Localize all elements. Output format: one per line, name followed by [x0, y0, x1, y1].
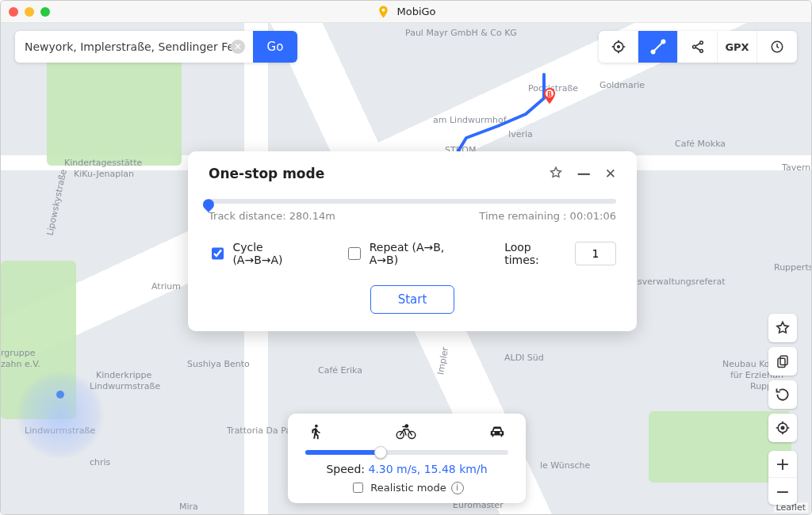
window-close-button[interactable] [9, 7, 18, 17]
speed-knob[interactable] [374, 446, 387, 459]
location-compass[interactable] [17, 372, 104, 459]
route-mode-button[interactable] [638, 31, 678, 63]
speed-fill [305, 450, 381, 455]
recenter-button[interactable] [768, 414, 797, 442]
realistic-checkbox[interactable]: Realistic mode i [302, 480, 511, 495]
zoom-control: + − [768, 451, 797, 505]
app-title: MobiGo [396, 6, 435, 17]
window-zoom-button[interactable] [40, 7, 50, 17]
search-bar: ✕ Go [15, 31, 297, 63]
one-stop-panel: One-stop mode — ✕ Track distance: 280.14… [188, 151, 637, 331]
speed-readout: Speed: 4.30 m/s, 15.48 km/h [302, 463, 511, 475]
history-button[interactable] [757, 31, 797, 63]
svg-point-18 [405, 425, 408, 427]
svg-point-4 [617, 46, 619, 48]
cycle-input[interactable] [212, 247, 224, 260]
info-icon[interactable]: i [451, 482, 464, 494]
repeat-input[interactable] [348, 247, 360, 260]
realistic-label: Realistic mode [370, 482, 446, 494]
realistic-input[interactable] [353, 483, 363, 493]
clipboard-button[interactable] [768, 347, 797, 376]
loop-label: Loop times: [504, 241, 565, 266]
repeat-checkbox[interactable]: Repeat (A→B, A→B) [345, 241, 473, 266]
app-icon [376, 5, 390, 19]
zoom-out-button[interactable]: − [768, 478, 797, 505]
titlebar: MobiGo [1, 1, 811, 23]
loop-input[interactable] [575, 242, 616, 265]
go-button[interactable]: Go [253, 31, 297, 63]
map-park [47, 51, 182, 166]
share-button[interactable] [678, 31, 718, 63]
panel-close-icon[interactable]: ✕ [605, 166, 616, 181]
speed-panel: Speed: 4.30 m/s, 15.48 km/h Realistic mo… [288, 414, 526, 503]
svg-point-14 [781, 426, 783, 429]
time-remaining: Time remaining : 00:01:06 [479, 210, 616, 222]
panel-minimize-icon[interactable]: — [577, 166, 591, 181]
map-marker-b[interactable]: B [540, 86, 559, 105]
mode-toolbar: GPX [599, 31, 797, 63]
svg-rect-11 [780, 356, 787, 364]
cycle-label: Cycle (A→B→A) [232, 241, 313, 266]
app-window: MobiGo Paul Mayr GmbH & Co KG VollCorner… [0, 0, 812, 515]
search-input[interactable] [15, 31, 253, 63]
svg-point-15 [315, 425, 318, 428]
window-minimize-button[interactable] [25, 7, 34, 17]
bike-mode-icon[interactable] [396, 423, 416, 441]
panel-title: One-stop mode [209, 166, 324, 181]
cycle-checkbox[interactable]: Cycle (A→B→A) [209, 241, 313, 266]
start-button[interactable]: Start [370, 285, 455, 314]
clear-search-icon[interactable]: ✕ [231, 40, 245, 54]
panel-favorite-icon[interactable] [549, 166, 563, 181]
gpx-button[interactable]: GPX [718, 31, 757, 63]
repeat-label: Repeat (A→B, A→B) [370, 241, 473, 266]
svg-rect-12 [778, 358, 785, 367]
svg-text:B: B [547, 91, 552, 98]
favorite-button[interactable] [768, 314, 797, 342]
progress-slider[interactable] [209, 199, 616, 204]
locate-mode-button[interactable] [599, 31, 638, 63]
walk-mode-icon[interactable] [307, 423, 324, 441]
track-distance: Track distance: 280.14m [209, 210, 335, 222]
speed-slider[interactable] [305, 450, 508, 455]
car-mode-icon[interactable] [488, 423, 507, 441]
zoom-in-button[interactable]: + [768, 451, 797, 478]
svg-point-0 [382, 8, 385, 11]
map-tools [768, 314, 797, 442]
undo-button[interactable] [768, 380, 797, 409]
